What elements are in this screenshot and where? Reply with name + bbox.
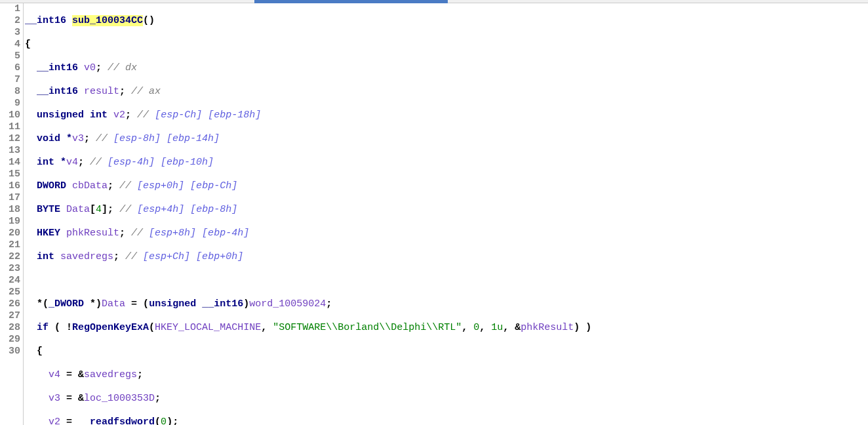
line-number: 30 (0, 346, 20, 357)
line-number: 25 (0, 287, 20, 298)
line-number: 13 (0, 145, 20, 157)
line-number: 17 (0, 192, 20, 204)
line-number: 21 (0, 239, 20, 251)
line-number: 20 (0, 228, 20, 239)
line-number: 1 (0, 3, 20, 15)
line-number-gutter: 1234567891011121314151617181920212223242… (0, 3, 24, 425)
tab-indicator[interactable] (254, 0, 448, 3)
line-number: 12 (0, 133, 20, 145)
line-number: 18 (0, 204, 20, 216)
line-number: 27 (0, 310, 20, 322)
type-keyword: __int16 (25, 15, 66, 26)
function-name-highlighted[interactable]: sub_100034CC (72, 15, 143, 26)
line-number: 8 (0, 86, 20, 98)
line-number: 19 (0, 216, 20, 228)
line-number: 15 (0, 169, 20, 180)
line-number: 5 (0, 51, 20, 62)
code-area: 1234567891011121314151617181920212223242… (0, 3, 868, 425)
line-number: 14 (0, 157, 20, 169)
line-number: 16 (0, 180, 20, 192)
line-number: 11 (0, 121, 20, 133)
line-number: 28 (0, 322, 20, 334)
line-number: 24 (0, 275, 20, 287)
line-number: 2 (0, 15, 20, 27)
line-number: 10 (0, 110, 20, 121)
line-number: 7 (0, 74, 20, 86)
line-number: 22 (0, 251, 20, 263)
line-number: 9 (0, 98, 20, 110)
line-number: 29 (0, 334, 20, 346)
line-number: 26 (0, 298, 20, 310)
line-number: 23 (0, 263, 20, 275)
line-number: 6 (0, 62, 20, 74)
code-content[interactable]: __int16 sub_100034CC() { __int16 v0; // … (24, 3, 868, 425)
line-number: 3 (0, 27, 20, 39)
line-number: 4 (0, 39, 20, 51)
